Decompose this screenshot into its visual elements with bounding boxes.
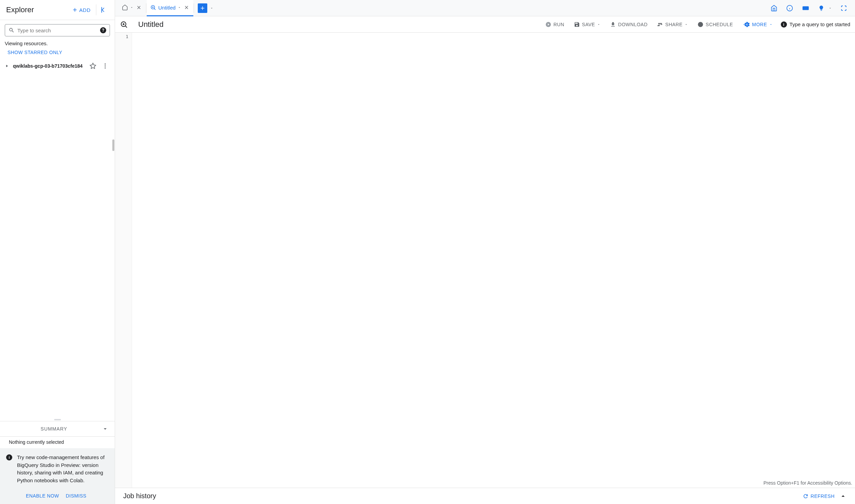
keyboard-button[interactable] — [800, 2, 811, 14]
schedule-button[interactable]: SCHEDULE — [696, 19, 734, 30]
line-number: 1 — [118, 34, 128, 39]
tab-separator — [194, 3, 194, 13]
svg-rect-0 — [101, 7, 102, 13]
explorer-title: Explorer — [6, 5, 34, 14]
save-button[interactable]: SAVE — [572, 19, 602, 30]
home-shortcut-button[interactable] — [769, 3, 779, 14]
summary-empty-text: Nothing currently selected — [0, 436, 115, 448]
tab-label: Untitled — [158, 5, 176, 11]
close-tab-icon[interactable] — [183, 4, 190, 11]
summary-header[interactable]: SUMMARY — [0, 421, 115, 436]
add-button-label: ADD — [79, 7, 91, 13]
chevron-down-icon — [597, 23, 600, 26]
editor-body[interactable] — [132, 33, 855, 488]
tab-bar-right — [769, 2, 853, 14]
search-wrapper: ? — [0, 20, 115, 39]
home-icon — [122, 4, 128, 11]
accessibility-hint: Press Option+F1 for Accessibility Option… — [763, 480, 852, 486]
run-button[interactable]: RUN — [544, 19, 566, 30]
viewing-resources-label: Viewing resources. — [0, 39, 115, 48]
more-button[interactable]: MORE — [741, 19, 774, 30]
summary-header-label: SUMMARY — [6, 426, 102, 432]
home-tab[interactable] — [117, 0, 146, 16]
lightbulb-button[interactable] — [816, 3, 826, 13]
svg-point-1 — [104, 64, 106, 65]
query-hint: i Type a query to get started — [781, 21, 850, 28]
chevron-down-icon — [769, 23, 773, 26]
job-history-panel: Job history REFRESH — [115, 488, 855, 504]
sidebar-header: Explorer ADD — [0, 0, 115, 20]
chevron-down-icon — [102, 425, 109, 432]
divider — [96, 4, 96, 15]
add-button[interactable]: ADD — [68, 5, 94, 15]
enable-now-button[interactable]: ENABLE NOW — [26, 493, 59, 499]
close-tab-icon[interactable] — [135, 4, 142, 11]
explorer-sidebar: Explorer ADD ? Viewing resources. SHOW S… — [0, 0, 115, 504]
expand-arrow-icon[interactable] — [5, 64, 10, 68]
star-button[interactable] — [88, 61, 98, 71]
tab-dropdown-icon[interactable] — [130, 6, 133, 9]
refresh-button[interactable]: REFRESH — [803, 493, 835, 499]
new-tab-dropdown[interactable] — [207, 6, 216, 10]
share-button[interactable]: SHARE — [656, 19, 690, 30]
new-tab-button[interactable] — [198, 3, 207, 13]
query-title: Untitled — [138, 20, 164, 29]
banner-actions: ENABLE NOW DISMISS — [0, 490, 115, 504]
dismiss-button[interactable]: DISMISS — [66, 493, 86, 499]
query-toolbar: Untitled RUN SAVE DOWNLOAD SHARE — [115, 16, 855, 33]
svg-point-2 — [104, 65, 106, 66]
svg-point-3 — [104, 67, 106, 68]
drag-handle[interactable] — [0, 418, 115, 421]
info-button[interactable] — [784, 3, 795, 14]
search-help-icon[interactable]: ? — [100, 27, 106, 33]
svg-line-5 — [154, 9, 155, 10]
tab-dropdown-icon[interactable] — [178, 6, 181, 9]
fullscreen-button[interactable] — [839, 3, 849, 13]
chevron-down-icon — [684, 23, 688, 26]
tab-bar: Untitled — [115, 0, 855, 16]
search-input[interactable] — [17, 28, 97, 33]
search-icon — [9, 27, 15, 33]
scrollbar[interactable] — [112, 139, 114, 151]
project-tree-item[interactable]: qwiklabs-gcp-03-b71703cfe184 — [3, 59, 112, 73]
expand-job-history-button[interactable] — [839, 492, 847, 500]
untitled-tab[interactable]: Untitled — [147, 0, 193, 16]
summary-section: SUMMARY Nothing currently selected i Try… — [0, 421, 115, 504]
main-area: Untitled — [115, 0, 855, 504]
info-icon: i — [781, 21, 787, 28]
info-banner: i Try new code-management features of Bi… — [0, 448, 115, 490]
job-history-title: Job history — [123, 492, 156, 500]
svg-rect-11 — [803, 6, 809, 10]
svg-line-13 — [126, 26, 127, 28]
resource-tree: qwiklabs-gcp-03-b71703cfe184 — [0, 58, 115, 418]
search-box[interactable]: ? — [5, 24, 110, 36]
query-editor[interactable]: 1 Press Option+F1 for Accessibility Opti… — [115, 33, 855, 488]
tab-separator — [146, 3, 146, 13]
lightbulb-dropdown[interactable] — [826, 4, 834, 12]
line-gutter: 1 — [115, 33, 132, 488]
query-icon — [150, 4, 156, 11]
query-magnify-icon — [120, 20, 128, 29]
info-icon: i — [6, 454, 12, 460]
project-name-label: qwiklabs-gcp-03-b71703cfe184 — [13, 63, 85, 69]
download-button[interactable]: DOWNLOAD — [609, 19, 649, 30]
info-banner-text: Try new code-management features of BigQ… — [17, 454, 109, 484]
show-starred-button[interactable]: SHOW STARRED ONLY — [0, 48, 115, 58]
kebab-menu-button[interactable] — [100, 61, 110, 71]
collapse-sidebar-button[interactable] — [98, 4, 110, 16]
